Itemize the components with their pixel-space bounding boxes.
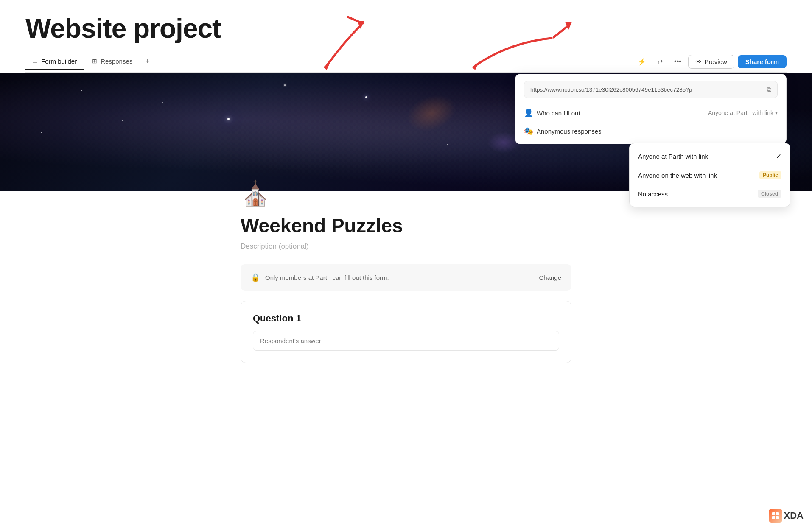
access-option-none-label: No access <box>638 190 753 198</box>
who-can-fill-label: Who can fill out <box>537 109 708 117</box>
who-can-fill-value[interactable]: Anyone at Parth with link ▾ <box>708 109 778 116</box>
more-options-button[interactable]: ••• <box>670 54 685 69</box>
who-can-fill-selected: Anyone at Parth with link <box>708 109 773 116</box>
share-form-button[interactable]: Share form <box>738 55 787 68</box>
public-badge: Public <box>759 171 781 179</box>
person-icon: 👤 <box>524 108 537 117</box>
form-description: Description (optional) <box>241 242 571 251</box>
eye-icon: 👁 <box>695 58 702 65</box>
share-url-row: https://www.notion.so/1371e30f262c800567… <box>524 81 778 98</box>
toolbar-left: ☰ Form builder ⊞ Responses + <box>25 53 635 70</box>
who-can-fill-row: 👤 Who can fill out Anyone at Parth with … <box>524 104 778 122</box>
preview-button[interactable]: 👁 Preview <box>688 55 734 69</box>
access-option-web[interactable]: Anyone on the web with link Public <box>630 166 790 184</box>
chevron-down-icon: ▾ <box>775 110 778 116</box>
change-access-button[interactable]: Change <box>539 274 561 281</box>
tab-add-button[interactable]: + <box>141 53 154 70</box>
share-form-label: Share form <box>745 58 779 65</box>
toolbar-right: ⚡ ⇄ ••• 👁 Preview Share form https://www… <box>635 51 787 72</box>
access-notice: 🔒 Only members at Parth can fill out thi… <box>241 264 571 291</box>
access-option-parth-label: Anyone at Parth with link <box>638 153 772 160</box>
share-url-text: https://www.notion.so/1371e30f262c800567… <box>530 87 763 93</box>
anonymous-responses-label: Anonymous responses <box>537 128 778 135</box>
layout-icon: ⇄ <box>657 58 663 66</box>
access-option-web-label: Anyone on the web with link <box>638 172 755 179</box>
page-title: Website project <box>25 14 787 43</box>
access-notice-text: Only members at Parth can fill out this … <box>265 274 534 281</box>
layout-button[interactable]: ⇄ <box>652 54 667 69</box>
preview-label: Preview <box>704 58 727 65</box>
page-header: Website project <box>0 0 812 43</box>
responses-icon: ⊞ <box>92 58 97 64</box>
share-panel: https://www.notion.so/1371e30f262c800567… <box>515 74 787 144</box>
lightning-button[interactable]: ⚡ <box>635 54 649 69</box>
form-content: ⛪ Weekend Puzzles Description (optional)… <box>215 191 597 363</box>
svg-rect-5 <box>776 512 779 515</box>
copy-icon[interactable]: ⧉ <box>767 86 771 93</box>
check-icon: ✓ <box>776 152 781 160</box>
form-builder-icon: ☰ <box>32 58 38 64</box>
tab-form-builder[interactable]: ☰ Form builder <box>25 53 84 70</box>
access-dropdown: Anyone at Parth with link ✓ Anyone on th… <box>629 143 790 207</box>
more-dots-icon: ••• <box>674 58 681 65</box>
closed-badge: Closed <box>758 190 781 198</box>
xda-label: XDA <box>784 510 804 521</box>
form-emoji: ⛪ <box>241 179 270 207</box>
anonymous-icon: 🎭 <box>524 126 537 136</box>
svg-rect-7 <box>776 516 779 519</box>
tab-responses-label: Responses <box>101 58 132 65</box>
question-card-1: Question 1 <box>241 301 571 363</box>
question-1-input[interactable] <box>253 331 559 351</box>
toolbar-wrapper: ☰ Form builder ⊞ Responses + ⚡ ⇄ ••• 👁 P… <box>0 51 812 73</box>
access-option-parth[interactable]: Anyone at Parth with link ✓ <box>630 147 790 166</box>
svg-rect-4 <box>772 512 775 515</box>
svg-rect-6 <box>772 516 775 519</box>
lightning-icon: ⚡ <box>638 58 646 66</box>
anonymous-responses-row: 🎭 Anonymous responses <box>524 122 778 140</box>
tab-responses[interactable]: ⊞ Responses <box>85 53 139 70</box>
question-1-title: Question 1 <box>253 313 559 324</box>
lock-icon: 🔒 <box>251 273 260 282</box>
access-option-none[interactable]: No access Closed <box>630 184 790 203</box>
xda-watermark: XDA <box>769 509 804 523</box>
toolbar: ☰ Form builder ⊞ Responses + ⚡ ⇄ ••• 👁 P… <box>25 51 787 73</box>
xda-logo-icon <box>769 509 782 523</box>
tab-form-builder-label: Form builder <box>41 58 77 65</box>
form-title: Weekend Puzzles <box>241 214 571 237</box>
